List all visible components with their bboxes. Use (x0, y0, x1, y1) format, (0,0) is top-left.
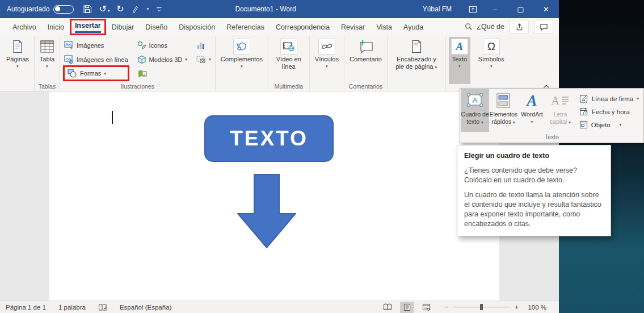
maximize-button[interactable]: ▢ (508, 0, 533, 18)
web-layout-button[interactable] (419, 302, 433, 313)
fecha-y-hora-icon (579, 107, 588, 116)
comentario-button[interactable]: Comentario (347, 37, 384, 63)
autosave-label: Autoguardado (7, 5, 49, 13)
proofing-book-icon (98, 303, 107, 311)
tooltip-paragraph-2: Un cuadro de texto llama la atención sob… (464, 190, 604, 228)
vinculos-button[interactable]: Vínculos ▾ (313, 37, 341, 69)
zoom-slider-thumb[interactable] (480, 304, 483, 310)
elementos-rapidos-dropdown-icon: ▾ (513, 120, 515, 125)
proofing-status-button[interactable] (98, 303, 107, 311)
touch-mode-button[interactable] (131, 5, 139, 13)
autosave-control[interactable]: Autoguardado (7, 5, 74, 14)
simbolos-dropdown-icon: ▾ (490, 64, 493, 69)
ribbon-display-options-button[interactable] (463, 0, 482, 18)
linea-de-firma-dropdown-icon: ▾ (637, 96, 639, 101)
linea-de-firma-button[interactable]: Línea de firma ▾ (579, 93, 639, 105)
imagenes-button[interactable]: Imágenes (63, 38, 129, 52)
modelos-3d-label: Modelos 3D (149, 56, 183, 63)
print-layout-button[interactable] (400, 302, 414, 313)
tabla-dropdown-icon: ▾ (46, 64, 48, 69)
share-button[interactable] (510, 20, 529, 34)
tabla-button[interactable]: Tabla ▾ (37, 37, 57, 69)
multimedia-group-label: Multimedia (268, 83, 309, 90)
window-title: Documento1 - Word (235, 5, 296, 13)
undo-dropdown-icon: ▾ (108, 9, 110, 12)
tab-ayuda[interactable]: Ayuda (398, 20, 429, 34)
letra-capital-button[interactable]: A Letra capital ▾ (546, 89, 575, 132)
language-status[interactable]: Español (España) (120, 304, 171, 311)
comentarios-group-label: Comentarios (344, 83, 387, 90)
zoom-level[interactable]: 100 % (528, 304, 546, 311)
tell-me-search[interactable]: ¿Qué de (465, 23, 504, 31)
encabezado-button[interactable]: Encabezado y pie de página ▾ (390, 37, 443, 70)
iconos-button[interactable]: Iconos (136, 38, 188, 52)
rounded-rectangle-shape[interactable]: TEXTO (204, 115, 334, 162)
formas-button[interactable]: Formas ▾ (63, 65, 129, 81)
simbolos-button[interactable]: Ω Símbolos ▾ (476, 37, 507, 69)
undo-icon: ↺ (99, 4, 106, 14)
wordart-button[interactable]: A WordArt ▾ (517, 89, 546, 132)
tab-diseno[interactable]: Diseño (140, 20, 173, 34)
zoom-slider-track[interactable] (453, 307, 510, 307)
save-button[interactable] (83, 5, 92, 14)
group-complementos: Complementos ▾ (216, 36, 268, 91)
undo-button[interactable]: ↺▾ (99, 5, 110, 14)
texto-icon: A (451, 39, 468, 55)
tab-inicio[interactable]: Inicio (42, 20, 70, 34)
fecha-y-hora-button[interactable]: Fecha y hora (579, 106, 639, 118)
customize-qat-button[interactable] (155, 6, 163, 13)
customize-qat-icon (155, 6, 163, 13)
tab-archivo[interactable]: Archivo (7, 20, 42, 34)
print-layout-icon (403, 303, 411, 311)
statusbar-left: Página 1 de 1 1 palabra Español (España) (6, 303, 171, 311)
tab-insertar[interactable]: Insertar (70, 19, 106, 35)
paginas-button[interactable]: Páginas ▾ (4, 37, 31, 69)
objeto-button[interactable]: Objeto ▾ (579, 119, 639, 131)
user-account[interactable]: Yúbal FM (417, 5, 463, 13)
imagenes-en-linea-icon (64, 55, 74, 64)
complementos-dropdown-icon: ▾ (241, 64, 243, 69)
word-count-status[interactable]: 1 palabra (58, 304, 86, 311)
elementos-rapidos-button[interactable]: Elementos rápidos ▾ (489, 89, 517, 132)
texto-flyout-panel: A Cuadro de texto ▾ Elementos rápidos ▾ … (460, 88, 644, 143)
autosave-toggle[interactable] (53, 5, 74, 14)
redo-button[interactable]: ↻ (116, 5, 124, 14)
tab-revisar[interactable]: Revisar (335, 20, 371, 34)
group-comentarios: Comentario Comentarios (344, 36, 388, 91)
tab-disposicion[interactable]: Disposición (173, 20, 221, 34)
read-mode-button[interactable] (381, 302, 394, 313)
simbolos-label: Símbolos (478, 56, 504, 62)
tab-correspondencia[interactable]: Correspondencia (270, 20, 335, 34)
chart-icon (196, 41, 205, 50)
text-cursor (112, 111, 113, 124)
smartart-button[interactable] (136, 66, 188, 81)
video-en-linea-button[interactable]: Vídeo en línea (271, 37, 306, 70)
page-number-status[interactable]: Página 1 de 1 (6, 304, 46, 311)
document-page[interactable]: TEXTO (49, 91, 499, 301)
web-layout-icon (422, 303, 431, 311)
close-button[interactable]: ✕ (533, 0, 559, 18)
captura-button[interactable]: ▾ (195, 52, 212, 66)
tab-dibujar[interactable]: Dibujar (106, 20, 140, 34)
down-arrow-shape[interactable] (237, 174, 296, 249)
zoom-in-button[interactable]: + (515, 303, 519, 311)
complementos-button[interactable]: Complementos ▾ (218, 37, 265, 69)
zoom-out-button[interactable]: − (444, 303, 449, 311)
cuadro-de-texto-label: Cuadro de texto (461, 111, 489, 125)
zoom-slider: − + (444, 303, 519, 311)
encabezado-label: Encabezado y pie de página (395, 56, 436, 70)
imagenes-en-linea-button[interactable]: Imágenes en línea (63, 52, 129, 66)
cuadro-de-texto-button[interactable]: A Cuadro de texto ▾ (461, 89, 489, 132)
cuadro-de-texto-icon: A (466, 90, 483, 111)
tab-vista[interactable]: Vista (371, 20, 398, 34)
wordart-label: WordArt (521, 111, 542, 118)
ilustraciones-grid-spacer (195, 66, 212, 81)
texto-button[interactable]: A Texto ▾ (449, 37, 470, 84)
grafico-button[interactable] (195, 38, 212, 52)
tab-insertar-label: Insertar (75, 22, 101, 33)
tab-referencias[interactable]: Referencias (221, 20, 270, 34)
modelos-3d-button[interactable]: Modelos 3D ▾ (136, 52, 188, 66)
comments-button[interactable] (534, 20, 553, 34)
minimize-button[interactable]: – (482, 0, 508, 18)
fecha-y-hora-label: Fecha y hora (592, 108, 630, 115)
